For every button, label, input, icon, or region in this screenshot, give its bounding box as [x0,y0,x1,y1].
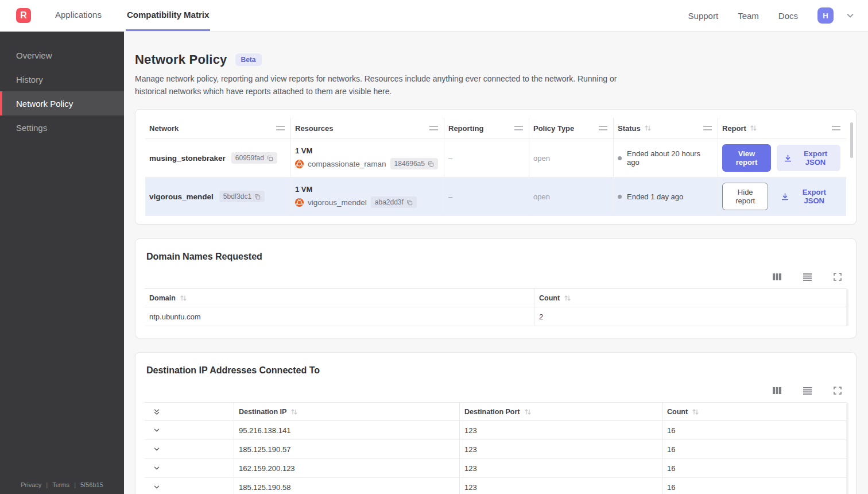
user-menu-button[interactable] [845,10,855,21]
copy-icon[interactable] [254,194,261,200]
double-chevron-down-icon [153,408,161,416]
column-menu-icon[interactable] [832,126,840,130]
fullscreen-icon[interactable] [833,386,842,395]
fullscreen-icon[interactable] [833,272,842,281]
status-cell: Ended 1 day ago [614,177,718,215]
reporting-cell: – [444,177,529,215]
domain-table-row[interactable]: ntp.ubuntu.com 2 [145,307,847,326]
copy-icon[interactable] [428,161,434,167]
column-header-count[interactable]: Count [662,403,847,421]
network-id-chip[interactable]: 5bdf3dc1 [219,191,265,202]
divider: | [74,481,76,488]
network-table-card: Network Resources Reporting Policy Type [135,109,857,225]
row-expander[interactable] [145,459,234,478]
count-cell: 16 [662,440,847,459]
sort-icon[interactable] [644,125,652,132]
column-header-destination-port[interactable]: Destination Port [459,403,662,421]
tab-compatibility-matrix[interactable]: Compatibility Matrix [126,0,210,31]
destination-port-cell: 123 [459,478,662,494]
sidebar-footer: Privacy | Terms | 5f56b15 [0,481,124,488]
row-expander[interactable] [145,421,234,440]
nav-link-support[interactable]: Support [688,11,719,21]
view-report-button[interactable]: View report [722,144,771,172]
resources-cell: 1 VM compassionate_raman 184696a5 [291,139,444,177]
copy-icon[interactable] [406,199,413,206]
row-density-icon[interactable] [803,386,812,395]
sort-icon[interactable] [692,408,699,415]
network-table-row[interactable]: musing_stonebraker 60959fad 1 VM compass… [145,139,846,177]
beta-badge: Beta [235,53,262,66]
destination-table-row[interactable]: 185.125.190.58 123 16 [145,478,847,494]
network-table-row[interactable]: vigorous_mendel 5bdf3dc1 1 VM vigorous_m… [145,177,846,216]
row-expander[interactable] [145,478,234,494]
sidebar-item-network-policy[interactable]: Network Policy [0,91,124,115]
ubuntu-icon [295,198,304,207]
sort-icon[interactable] [564,295,571,302]
sidebar-item-history[interactable]: History [0,67,124,91]
expand-all-button[interactable] [145,403,234,421]
nav-link-team[interactable]: Team [738,11,759,21]
count-cell: 16 [662,478,847,494]
column-header-network[interactable]: Network [145,118,291,138]
export-json-button[interactable]: Export JSON [774,183,840,210]
network-id-chip[interactable]: 60959fad [231,152,277,164]
chevron-down-icon [153,483,161,491]
columns-icon[interactable] [772,386,782,395]
resource-id-chip[interactable]: 184696a5 [390,158,438,169]
domain-names-card: Domain Names Requested Domain Count [135,238,857,338]
terms-link[interactable]: Terms [52,481,69,488]
sidebar-item-settings[interactable]: Settings [0,115,124,140]
columns-icon[interactable] [772,272,782,281]
destination-port-cell: 123 [459,421,662,440]
page-description: Manage network policy, reporting and vie… [135,73,640,98]
column-header-resources[interactable]: Resources [291,118,444,138]
chevron-down-icon [153,445,161,453]
column-menu-icon[interactable] [276,126,285,130]
chevron-down-icon [153,464,161,472]
sort-icon[interactable] [290,408,298,415]
privacy-link[interactable]: Privacy [21,481,41,488]
tab-applications[interactable]: Applications [54,0,103,31]
page-title: Network Policy [135,52,227,67]
column-menu-icon[interactable] [599,126,607,130]
chevron-down-icon [153,426,161,434]
column-menu-icon[interactable] [514,126,523,130]
column-header-policy-type[interactable]: Policy Type [529,118,614,138]
hide-report-button[interactable]: Hide report [722,183,768,210]
nav-link-docs[interactable]: Docs [778,11,798,21]
row-expander[interactable] [145,440,234,459]
count-cell: 16 [662,421,847,440]
sidebar: Overview History Network Policy Settings… [0,32,124,494]
sort-icon[interactable] [750,125,757,132]
domain-table-header: Domain Count [145,289,847,307]
card-title: Destination IP Addresses Connected To [135,353,856,378]
status-cell: Ended about 20 hours ago [614,139,718,177]
destination-table-row[interactable]: 95.216.138.141 123 16 [145,421,847,440]
table-scrollbar[interactable] [850,122,853,158]
resource-id-chip[interactable]: aba2dd3f [371,196,417,208]
resource-name: vigorous_mendel [308,198,367,207]
count-cell: 16 [662,459,847,478]
destination-table-row[interactable]: 162.159.200.123 123 16 [145,459,847,478]
column-header-report[interactable]: Report [718,118,846,138]
download-icon [784,154,792,163]
policy-type-cell: open [529,139,614,177]
column-header-reporting[interactable]: Reporting [444,118,529,138]
column-header-domain[interactable]: Domain [145,289,534,307]
sort-icon[interactable] [180,295,187,302]
column-menu-icon[interactable] [429,126,438,130]
column-header-count[interactable]: Count [534,289,847,307]
report-cell: View report Export JSON [718,139,846,177]
column-menu-icon[interactable] [703,126,712,130]
destination-table-row[interactable]: 185.125.190.57 123 16 [145,440,847,459]
row-density-icon[interactable] [803,272,812,281]
column-header-status[interactable]: Status [614,118,718,138]
copy-icon[interactable] [267,155,273,161]
avatar[interactable]: H [817,7,834,24]
sort-icon[interactable] [524,408,532,415]
column-header-destination-ip[interactable]: Destination IP [234,403,459,421]
sidebar-item-overview[interactable]: Overview [0,43,124,67]
app-logo[interactable]: R [16,8,31,23]
export-json-button[interactable]: Export JSON [777,145,840,171]
destination-table-header: Destination IP Destination Port Count [145,403,847,421]
